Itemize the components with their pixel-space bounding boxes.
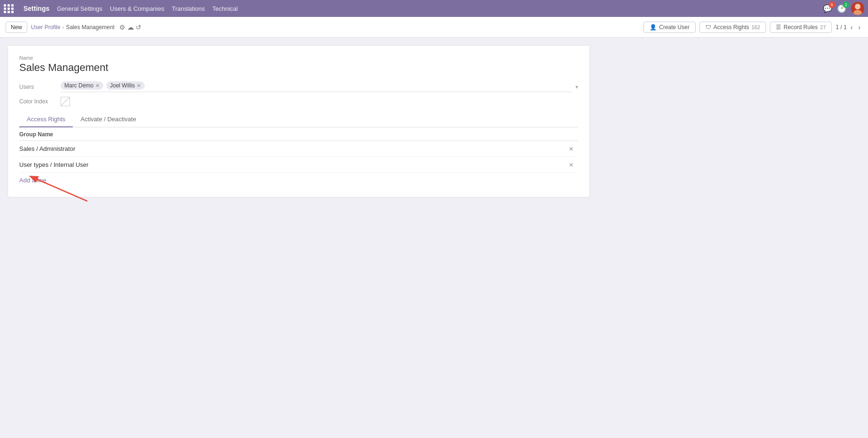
- new-button[interactable]: New: [6, 22, 27, 33]
- users-dropdown-arrow[interactable]: ▾: [575, 84, 578, 90]
- access-rights-button[interactable]: 🛡 Access Rights 162: [699, 22, 766, 33]
- main-content: Name Sales Management Users Marc Demo ✕ …: [0, 38, 868, 438]
- prev-page-button[interactable]: ‹: [849, 23, 855, 32]
- user-icon: 👤: [650, 24, 657, 31]
- toolbar-right: 👤 Create User 🛡 Access Rights 162 ☰ Reco…: [643, 22, 862, 33]
- table-header: Group Name: [19, 127, 578, 141]
- delete-icon: ✕: [569, 146, 574, 152]
- breadcrumb: User Profile › Sales Management ⚙ ☁ ↺: [31, 23, 640, 31]
- breadcrumb-current: Sales Management: [66, 24, 114, 31]
- chat-badge: 6: [829, 1, 835, 8]
- refresh-icon[interactable]: ↺: [136, 23, 141, 31]
- table-row: Sales / Administrator ✕: [19, 141, 578, 157]
- color-index-row: Color Index: [19, 97, 578, 106]
- tab-access-rights[interactable]: Access Rights: [19, 112, 73, 127]
- top-navigation: Settings General Settings Users & Compan…: [0, 0, 868, 17]
- breadcrumb-parent-link[interactable]: User Profile: [31, 24, 61, 31]
- create-user-button[interactable]: 👤 Create User: [643, 22, 696, 33]
- toolbar: New User Profile › Sales Management ⚙ ☁ …: [0, 17, 868, 38]
- nav-translations[interactable]: Translations: [172, 5, 205, 12]
- next-page-button[interactable]: ›: [856, 23, 862, 32]
- users-field[interactable]: Marc Demo ✕ Joel Willis ✕: [61, 81, 572, 92]
- tab-activate-deactivate[interactable]: Activate / Deactivate: [73, 112, 144, 127]
- form-card: Name Sales Management Users Marc Demo ✕ …: [8, 45, 590, 197]
- nav-icons: 💬 6 🕐 2: [823, 2, 864, 15]
- settings-gear-icon[interactable]: ⚙: [119, 23, 125, 31]
- name-label: Name: [19, 55, 578, 61]
- record-rules-button[interactable]: ☰ Record Rules 27: [770, 22, 832, 33]
- remove-marc-button[interactable]: ✕: [95, 83, 100, 88]
- record-title: Sales Management: [19, 62, 578, 74]
- breadcrumb-separator: ›: [62, 24, 64, 30]
- app-title[interactable]: Settings: [23, 5, 49, 12]
- users-row: Users Marc Demo ✕ Joel Willis ✕ ▾: [19, 81, 578, 92]
- nav-links: General Settings Users & Companies Trans…: [57, 5, 238, 12]
- user-tag-joel: Joel Willis ✕: [106, 81, 145, 90]
- user-avatar[interactable]: [851, 2, 864, 15]
- color-index-label: Color Index: [19, 98, 57, 105]
- remove-joel-button[interactable]: ✕: [137, 83, 141, 88]
- group-name-header: Group Name: [19, 131, 564, 138]
- chat-icon[interactable]: 💬 6: [823, 4, 832, 13]
- group-name-cell: User types / Internal User: [19, 161, 564, 168]
- delete-row-0-button[interactable]: ✕: [564, 145, 578, 152]
- shield-icon: 🛡: [705, 24, 711, 31]
- nav-technical[interactable]: Technical: [212, 5, 238, 12]
- nav-users-companies[interactable]: Users & Companies: [110, 5, 164, 12]
- users-label: Users: [19, 84, 57, 90]
- add-line-section: Add a line: [19, 173, 578, 188]
- delete-icon: ✕: [569, 162, 574, 168]
- pagination: 1 / 1 ‹ ›: [836, 23, 862, 32]
- activity-icon[interactable]: 🕐 2: [837, 4, 846, 13]
- cloud-upload-icon[interactable]: ☁: [127, 23, 134, 31]
- access-rights-table: Group Name Sales / Administrator ✕ User …: [19, 127, 578, 188]
- activity-badge: 2: [843, 1, 849, 8]
- delete-row-1-button[interactable]: ✕: [564, 161, 578, 168]
- name-field-group: Name Sales Management: [19, 55, 578, 74]
- list-icon: ☰: [776, 24, 781, 31]
- color-index-picker[interactable]: [61, 97, 70, 106]
- table-row: User types / Internal User ✕: [19, 157, 578, 173]
- group-name-cell: Sales / Administrator: [19, 145, 564, 152]
- apps-menu-icon[interactable]: [4, 4, 14, 13]
- add-line-button[interactable]: Add a line: [19, 173, 46, 188]
- user-tag-marc: Marc Demo ✕: [61, 81, 103, 90]
- users-input[interactable]: [147, 82, 218, 89]
- nav-general-settings[interactable]: General Settings: [57, 5, 102, 12]
- tabs: Access Rights Activate / Deactivate: [19, 112, 578, 127]
